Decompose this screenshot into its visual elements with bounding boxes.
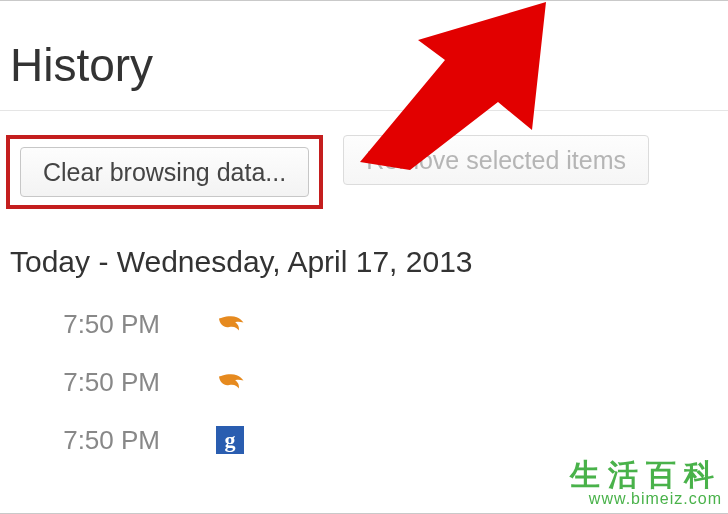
- amazon-icon: [216, 309, 246, 339]
- google-icon: g: [216, 426, 244, 454]
- history-date-heading: Today - Wednesday, April 17, 2013: [0, 209, 728, 285]
- annotation-highlight-box: Clear browsing data...: [6, 135, 323, 209]
- remove-selected-items-button[interactable]: Remove selected items: [343, 135, 649, 185]
- page-title: History: [0, 0, 728, 110]
- history-row[interactable]: 7:50 PM g: [10, 411, 728, 469]
- watermark-url: www.bimeiz.com: [570, 490, 722, 508]
- history-row[interactable]: 7:50 PM: [10, 353, 728, 411]
- amazon-icon: [216, 367, 246, 397]
- history-time: 7:50 PM: [10, 309, 160, 340]
- history-list: 7:50 PM 7:50 PM 7:50 PM g: [0, 285, 728, 469]
- toolbar: Clear browsing data... Remove selected i…: [0, 111, 728, 209]
- clear-browsing-data-button[interactable]: Clear browsing data...: [20, 147, 309, 197]
- history-time: 7:50 PM: [10, 367, 160, 398]
- history-time: 7:50 PM: [10, 425, 160, 456]
- history-row[interactable]: 7:50 PM: [10, 295, 728, 353]
